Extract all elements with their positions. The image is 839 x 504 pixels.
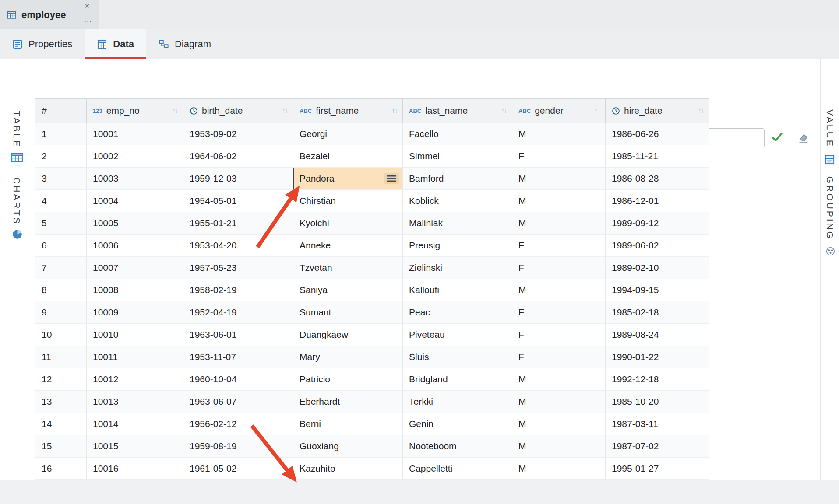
cell-hire_date[interactable]: 1989-09-12 [606, 212, 709, 234]
cell-birth_date[interactable]: 1961-05-02 [183, 458, 293, 480]
pie-chart-icon[interactable] [11, 228, 23, 242]
cell-last_name[interactable]: Piveteau [403, 324, 512, 346]
cell-gender[interactable]: M [512, 279, 606, 301]
cell-gender[interactable]: M [512, 168, 606, 190]
cell-gender[interactable]: M [512, 458, 606, 480]
cell-first_name[interactable]: Bezalel [293, 145, 403, 168]
cell-last_name[interactable]: Facello [403, 123, 512, 145]
row-number[interactable]: 15 [35, 435, 87, 458]
row-number[interactable]: 8 [35, 279, 87, 301]
cell-emp_no[interactable]: 10011 [87, 346, 183, 368]
cell-birth_date[interactable]: 1957-05-23 [183, 257, 293, 279]
row-number[interactable]: 4 [35, 190, 87, 212]
panel-tab-grouping[interactable]: GROUPING [825, 176, 835, 240]
cell-last_name[interactable]: Simmel [403, 145, 512, 168]
table-grid-icon[interactable] [11, 151, 24, 165]
cell-last_name[interactable]: Nooteboom [403, 435, 512, 458]
cell-last_name[interactable]: Maliniak [403, 212, 512, 234]
cell-gender[interactable]: M [512, 391, 606, 413]
column-header-gender[interactable]: ABCgender↑↓ [512, 99, 606, 123]
cell-first_name[interactable]: Kazuhito [293, 458, 403, 480]
cell-last_name[interactable]: Bridgland [403, 368, 512, 391]
cell-hire_date[interactable]: 1985-10-20 [606, 391, 709, 413]
cell-hire_date[interactable]: 1992-12-18 [606, 368, 709, 391]
row-number[interactable]: 11 [35, 346, 87, 368]
cell-gender[interactable]: M [512, 413, 606, 435]
cell-gender[interactable]: F [512, 257, 606, 279]
cell-hire_date[interactable]: 1986-12-01 [606, 190, 709, 212]
cell-first_name[interactable]: Sumant [293, 301, 403, 324]
cell-emp_no[interactable]: 10005 [87, 212, 183, 234]
cell-gender[interactable]: M [512, 368, 606, 391]
clear-filter-button[interactable] [796, 131, 809, 145]
cell-first_name[interactable]: Patricio [293, 368, 403, 391]
cell-hire_date[interactable]: 1987-07-02 [606, 435, 709, 458]
cell-emp_no[interactable]: 10003 [87, 168, 183, 190]
cell-birth_date[interactable]: 1959-12-03 [183, 168, 293, 190]
cell-birth_date[interactable]: 1963-06-01 [183, 324, 293, 346]
apply-filter-button[interactable] [770, 130, 784, 145]
cell-first_name[interactable]: Duangkaew [293, 324, 403, 346]
cell-birth_date[interactable]: 1953-09-02 [183, 123, 293, 145]
cell-first_name[interactable]: Mary [293, 346, 403, 368]
row-number[interactable]: 10 [35, 324, 87, 346]
cell-hire_date[interactable]: 1994-09-15 [606, 279, 709, 301]
cell-gender[interactable]: F [512, 234, 606, 257]
row-number[interactable]: 16 [35, 458, 87, 480]
cell-emp_no[interactable]: 10012 [87, 368, 183, 391]
cell-gender[interactable]: M [512, 123, 606, 145]
sort-icon[interactable]: ↑↓ [172, 106, 179, 115]
column-header-birth_date[interactable]: birth_date↑↓ [183, 99, 293, 123]
cell-first_name[interactable]: Kyoichi [293, 212, 403, 234]
cell-gender[interactable]: F [512, 145, 606, 168]
cell-gender[interactable]: M [512, 190, 606, 212]
cell-emp_no[interactable]: 10008 [87, 279, 183, 301]
cell-gender[interactable]: F [512, 324, 606, 346]
cell-last_name[interactable]: Zielinski [403, 257, 512, 279]
cell-emp_no[interactable]: 10009 [87, 301, 183, 324]
cell-birth_date[interactable]: 1959-08-19 [183, 435, 293, 458]
cell-hire_date[interactable]: 1985-11-21 [606, 145, 709, 168]
cell-last_name[interactable]: Preusig [403, 234, 512, 257]
cell-birth_date[interactable]: 1964-06-02 [183, 145, 293, 168]
cell-emp_no[interactable]: 10004 [87, 190, 183, 212]
tab-diagram[interactable]: Diagram [146, 29, 223, 59]
cell-hire_date[interactable]: 1985-02-18 [606, 301, 709, 324]
sort-icon[interactable]: ↑↓ [501, 106, 508, 115]
cell-first_name[interactable]: Pandora [293, 168, 403, 190]
cell-gender[interactable]: M [512, 212, 606, 234]
cell-hire_date[interactable]: 1987-03-11 [606, 413, 709, 435]
cell-gender[interactable]: M [512, 435, 606, 458]
column-header-emp_no[interactable]: 123emp_no↑↓ [87, 99, 183, 123]
cell-last_name[interactable]: Terkki [403, 391, 512, 413]
sort-icon[interactable]: ↑↓ [391, 106, 398, 115]
cell-options-icon[interactable] [384, 173, 399, 184]
cell-first_name[interactable]: Chirstian [293, 190, 403, 212]
cell-birth_date[interactable]: 1963-06-07 [183, 391, 293, 413]
cell-first_name[interactable]: Eberhardt [293, 391, 403, 413]
panel-tab-charts[interactable]: CHARTS [11, 177, 22, 225]
row-number[interactable]: 7 [35, 257, 87, 279]
row-number[interactable]: 3 [35, 168, 87, 190]
row-number[interactable]: 12 [35, 368, 87, 391]
cell-emp_no[interactable]: 10015 [87, 435, 183, 458]
cell-first_name[interactable]: Georgi [293, 123, 403, 145]
cell-birth_date[interactable]: 1953-04-20 [183, 234, 293, 257]
cell-hire_date[interactable]: 1989-02-10 [606, 257, 709, 279]
panel-tab-table[interactable]: TABLE [11, 111, 22, 148]
tab-data[interactable]: Data [85, 29, 146, 59]
cell-hire_date[interactable]: 1989-06-02 [606, 234, 709, 257]
cell-birth_date[interactable]: 1953-11-07 [183, 346, 293, 368]
cell-first_name[interactable]: Guoxiang [293, 435, 403, 458]
cell-hire_date[interactable]: 1989-08-24 [606, 324, 709, 346]
cell-hire_date[interactable]: 1990-01-22 [606, 346, 709, 368]
cell-last_name[interactable]: Genin [403, 413, 512, 435]
cell-birth_date[interactable]: 1958-02-19 [183, 279, 293, 301]
sort-icon[interactable]: ↑↓ [698, 106, 705, 115]
cell-gender[interactable]: F [512, 346, 606, 368]
panel-tab-value[interactable]: VALUE [825, 109, 835, 147]
cell-birth_date[interactable]: 1952-04-19 [183, 301, 293, 324]
cell-emp_no[interactable]: 10014 [87, 413, 183, 435]
cell-birth_date[interactable]: 1954-05-01 [183, 190, 293, 212]
tab-overflow-icon[interactable]: … [84, 15, 92, 24]
